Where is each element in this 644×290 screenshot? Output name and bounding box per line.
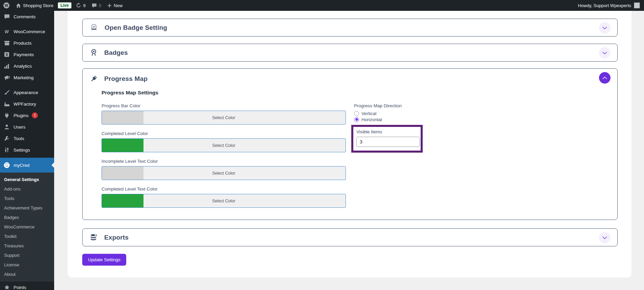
chevron-down-icon xyxy=(602,234,607,239)
submenu-about[interactable]: About xyxy=(0,269,54,279)
sidebar-item-marketing[interactable]: Marketing xyxy=(0,72,54,83)
submenu-woocommerce[interactable]: WooCommerce xyxy=(0,222,54,231)
admin-content-area: Open Badge Setting Badges Progress Map xyxy=(54,11,644,290)
new-label: New xyxy=(114,3,123,8)
select-color-button[interactable]: Select Color xyxy=(212,115,235,120)
select-color-button[interactable]: Select Color xyxy=(212,143,235,148)
progress-bar-color-picker[interactable]: Select Color xyxy=(102,111,346,125)
expand-chevron-button[interactable] xyxy=(599,22,610,34)
sidebar-item-products[interactable]: Products xyxy=(0,37,54,49)
user-avatar[interactable] xyxy=(634,2,640,8)
submenu-toolkit[interactable]: Toolkit xyxy=(0,231,54,241)
updates-count: 9 xyxy=(83,3,86,8)
chevron-up-icon xyxy=(602,76,607,81)
updates-menu[interactable]: 9 xyxy=(73,0,89,11)
accordion-open-badge-setting[interactable]: Open Badge Setting xyxy=(82,19,618,37)
completed-level-text-color-picker[interactable]: Select Color xyxy=(102,194,346,208)
submenu-tools[interactable]: Tools xyxy=(0,194,54,203)
sidebar-item-appearance[interactable]: Appearance xyxy=(0,87,54,98)
updates-icon xyxy=(76,3,81,8)
sidebar-item-tools[interactable]: Tools xyxy=(0,133,54,144)
collapse-chevron-button[interactable] xyxy=(599,72,610,84)
progress-map-header[interactable]: Progress Map xyxy=(83,69,617,87)
sidebar-item-users[interactable]: Users xyxy=(0,121,54,133)
incomplete-level-text-color-picker[interactable]: Select Color xyxy=(102,166,346,180)
accordion-badges[interactable]: Badges xyxy=(82,44,618,62)
menu-separator xyxy=(0,83,54,87)
sidebar-item-settings[interactable]: Settings xyxy=(0,144,54,156)
update-settings-button[interactable]: Update Settings xyxy=(82,254,126,266)
completed-level-text-color-group: Completed Level Text Color Select Color xyxy=(102,186,346,208)
expand-chevron-button[interactable] xyxy=(599,47,610,59)
brush-icon xyxy=(3,90,10,95)
radio-unselected-icon[interactable] xyxy=(354,111,359,116)
site-name-link[interactable]: Shopping Store xyxy=(13,0,57,11)
sidebar-item-label: Settings xyxy=(14,148,30,153)
exports-database-icon xyxy=(89,233,98,242)
sidebar-item-plugins[interactable]: Plugins 1 xyxy=(0,110,54,121)
radio-vertical[interactable]: Vertical xyxy=(354,110,453,116)
sidebar-item-wpfactory[interactable]: WPFactory xyxy=(0,98,54,110)
radio-horizontal[interactable]: Horizontal xyxy=(354,116,453,122)
select-color-button[interactable]: Select Color xyxy=(212,171,235,176)
ribbon-badge-icon xyxy=(89,48,98,57)
sidebar-item-label: Payments xyxy=(14,52,34,57)
plugins-update-badge: 1 xyxy=(32,112,38,118)
admin-bar: W Shopping Store Live 9 0 New Howdy, Sup… xyxy=(0,0,644,11)
submenu-add-ons[interactable]: Add-ons xyxy=(0,184,54,194)
sidebar-item-payments[interactable]: $ Payments xyxy=(0,49,54,60)
color-swatch xyxy=(102,111,143,124)
admin-sidebar: Comments W WooCommerce Products $ Paymen… xyxy=(0,11,54,290)
mycred-face-icon xyxy=(3,161,10,169)
sidebar-item-points[interactable]: Points xyxy=(0,282,54,290)
sidebar-item-analytics[interactable]: Analytics xyxy=(0,60,54,72)
sidebar-item-comments[interactable]: Comments xyxy=(0,11,54,22)
expand-chevron-button[interactable] xyxy=(599,232,610,243)
progress-map-icon xyxy=(89,74,98,83)
radio-selected-icon[interactable] xyxy=(354,117,359,122)
wrench-icon xyxy=(3,136,10,141)
new-menu[interactable]: New xyxy=(104,0,126,11)
sidebar-item-label: myCred xyxy=(14,163,29,168)
field-label: Incomplete Level Text Color xyxy=(102,159,346,164)
comments-menu[interactable]: 0 xyxy=(89,0,104,11)
submenu-achievement-types[interactable]: Achievement Types xyxy=(0,203,54,213)
factory-icon xyxy=(3,102,10,107)
completed-level-color-picker[interactable]: Select Color xyxy=(102,138,346,152)
plugin-icon xyxy=(3,113,10,118)
visible-items-label: Visible Items xyxy=(356,129,418,134)
submenu-badges[interactable]: Badges xyxy=(0,213,54,222)
sidebar-item-label: Tools xyxy=(14,136,24,141)
site-name: Shopping Store xyxy=(23,3,53,8)
sidebar-item-mycred[interactable]: myCred xyxy=(0,158,54,173)
accordion-exports[interactable]: Exports xyxy=(82,228,618,246)
wordpress-logo-menu[interactable]: W xyxy=(0,0,13,11)
submenu-license[interactable]: License xyxy=(0,260,54,269)
select-color-button[interactable]: Select Color xyxy=(212,199,235,203)
radio-label: Vertical xyxy=(361,111,376,116)
completed-level-color-group: Completed Level Color Select Color xyxy=(102,131,346,152)
analytics-bars-icon xyxy=(3,64,10,69)
sidebar-item-label: Users xyxy=(14,125,25,130)
field-label: Completed Level Color xyxy=(102,131,346,136)
payments-icon: $ xyxy=(3,52,10,57)
submenu-general-settings[interactable]: General Settings xyxy=(0,175,54,184)
open-badge-icon xyxy=(89,23,98,32)
plus-icon xyxy=(107,3,112,8)
accordion-title: Badges xyxy=(104,49,128,57)
sidebar-item-label: Comments xyxy=(14,14,36,19)
submenu-treasures[interactable]: Treasures xyxy=(0,241,54,250)
sidebar-item-label: Appearance xyxy=(14,90,38,95)
accordion-title: Open Badge Setting xyxy=(105,24,167,31)
howdy-text[interactable]: Howdy, Support Wpexperts xyxy=(578,3,631,8)
field-label: Completed Level Text Color xyxy=(102,186,346,192)
submenu-support[interactable]: Support xyxy=(0,250,54,260)
wordpress-logo-icon: W xyxy=(3,2,10,9)
chevron-down-icon xyxy=(602,49,607,54)
megaphone-icon xyxy=(3,75,10,80)
incomplete-level-text-color-group: Incomplete Level Text Color Select Color xyxy=(102,159,346,180)
sidebar-item-woocommerce[interactable]: W WooCommerce xyxy=(0,26,54,37)
mycred-submenu: General Settings Add-ons Tools Achieveme… xyxy=(0,173,54,282)
visible-items-input[interactable] xyxy=(356,137,420,147)
products-box-icon xyxy=(3,41,10,46)
